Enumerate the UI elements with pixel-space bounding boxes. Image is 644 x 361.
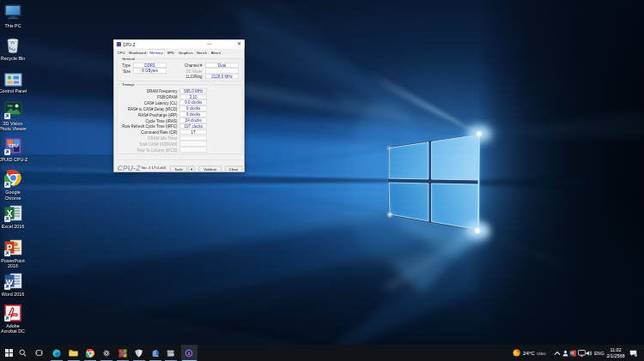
svg-text:CPU: CPU [9,143,18,148]
